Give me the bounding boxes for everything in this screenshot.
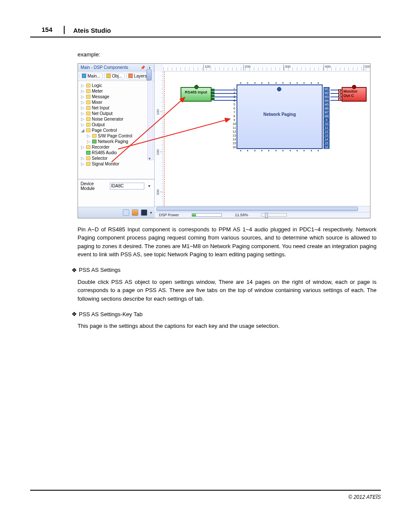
np-bottom-markers: ▴▴▴▴▴▴▴▴▴▴▴▴ [240,149,319,152]
design-canvas[interactable]: RS485 Input ABCD Network Paging 12345678… [163,72,370,206]
zoom-slider-knob[interactable] [265,213,268,218]
tree-node[interactable]: ▷Output [81,122,153,128]
heading-pss-key-tab-text: PSS AS Settings-Key Tab [79,311,143,317]
panel-tabs: Main... Obj... Layers [78,72,154,81]
np-label: Network Paging [237,112,322,117]
side-panel: Main - DSP Components 📌 ✕ Main... Obj...… [78,64,155,218]
page-header: 154 Ateis Studio [30,26,381,37]
device-module-input[interactable] [110,183,144,190]
paragraph-2: Double click PSS AS object to open setti… [78,278,377,303]
tree-node[interactable]: ▷Mixer [81,100,153,105]
tree-node[interactable]: ▷Net Input [81,105,153,111]
tree-node[interactable]: ▷Noise Generator [81,116,153,122]
pin-icon[interactable]: 📌 [140,65,145,70]
device-module-row: Device Module ▾ [78,179,154,193]
tree-scrollbar[interactable] [147,65,153,160]
toolbar-dropdown-icon[interactable]: ▾ [150,210,152,215]
heading-pss-settings: ❖ PSS AS Settings [72,267,377,274]
page-footer: © 2012 ATEÏS [30,490,381,500]
dsp-power-percent: 11.58% [235,213,248,217]
ruler-horizontal: 100200300400500 [163,64,370,72]
monitor-handle-icon[interactable] [352,85,356,89]
tab-obj[interactable]: Obj... [104,73,125,79]
bullet-icon: ❖ [72,267,77,274]
tree-node[interactable]: ▷Meter [81,88,153,94]
panel-title-text: Main - DSP Components [81,65,128,70]
canvas-guide-line [164,72,165,206]
paragraph-3: This page is the settings about the capt… [78,322,377,330]
monitor-label-2: Out C [343,93,365,98]
device-module-label: Device Module [81,181,107,191]
tree-node[interactable]: ▷Logic [81,83,153,88]
panel-bottom-toolbar: ▾ [78,207,155,218]
device-module-dropdown-icon[interactable]: ▾ [147,184,152,188]
tab-layers[interactable]: Layers [126,73,149,79]
tab-main[interactable]: Main... [80,73,103,79]
bullet-icon: ❖ [72,311,77,317]
paragraph-1: Pin A~D of RS485 Input component is corr… [78,225,377,259]
rs485-label: RS485 Input [185,90,207,94]
monitor-input-pins: 1234 [338,89,341,101]
rs485-output-pins: ABCD [212,89,215,101]
np-top-markers: ▾▾▾▾▾▾▾▾▾▾▾▾ [240,81,319,85]
tree-node[interactable]: ▷S/W Page Control [81,133,153,139]
dsp-power-label: DSP Power [159,213,179,217]
tree-node[interactable]: ▷Selector [81,156,153,161]
canvas-scrollbar-h[interactable] [155,206,370,212]
np-handle-icon[interactable] [277,87,281,91]
zoom-slider[interactable] [261,213,287,217]
toolbar-icon-2[interactable] [132,209,138,216]
page-title: Ateis Studio [73,27,111,34]
np-right-ports: M1M2M3M4M5M6M7M8910111213141516 [324,87,330,149]
canvas-wrap: 100200300400500 100200300 RS485 Input AB… [155,64,370,206]
tree-scrollbar-thumb[interactable] [146,69,152,81]
np-left-ports: 12345678910111213141516 [231,87,237,149]
ruler-vertical: 100200300 [155,72,163,206]
page-number: 154 [30,26,65,34]
tree-node[interactable]: ▷Signal Monitor [81,161,153,167]
app-screenshot: Main - DSP Components 📌 ✕ Main... Obj...… [78,63,371,218]
comp-monitor-out[interactable]: Monitor Out C 1234 [342,87,367,102]
comp-network-paging[interactable]: Network Paging 12345678910111213141516 M… [237,84,323,149]
comp-rs485-input[interactable]: RS485 Input ABCD [181,87,212,102]
tree-node[interactable]: ▷Recorder [81,144,153,150]
toolbar-icon-3[interactable] [141,209,147,216]
tree-node[interactable]: ▷Network Paging [81,139,153,144]
example-label: example: [78,50,377,59]
rs485-handle-icon[interactable] [194,85,199,89]
tree-node[interactable]: ◢Page Control [81,128,153,133]
component-tree[interactable]: ▷Logic▷Meter▷Message▷Mixer▷Net Input▷Net… [78,81,154,179]
toolbar-icon-1[interactable] [123,209,129,216]
status-bar: DSP Power 11.58% [155,212,370,218]
tree-node[interactable]: ▷Net Output [81,111,153,116]
heading-pss-key-tab: ❖ PSS AS Settings-Key Tab [72,311,377,317]
dsp-power-bar [192,213,222,217]
dsp-power-fill [192,214,196,216]
panel-titlebar: Main - DSP Components 📌 ✕ [78,64,154,72]
monitor-label-1: Monitor [343,89,365,93]
tree-node[interactable]: RS485 Audio [81,150,153,156]
canvas-scrollbar-thumb[interactable] [156,207,358,211]
tree-node[interactable]: ▷Message [81,94,153,100]
heading-pss-settings-text: PSS AS Settings [79,267,121,273]
